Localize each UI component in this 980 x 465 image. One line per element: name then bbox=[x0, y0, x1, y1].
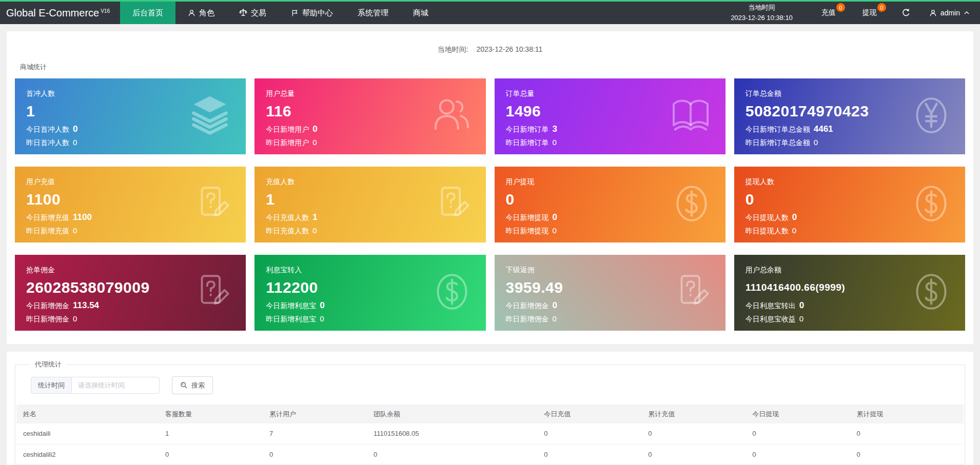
mall-stats-panel: 当地时间: 2023-12-26 10:38:11 商城统计 首冲人数 1 今日… bbox=[7, 31, 973, 344]
col-today-withdraw: 今日提现 bbox=[746, 405, 850, 423]
scales-icon bbox=[239, 9, 247, 17]
nav-item-system[interactable]: 系统管理 bbox=[345, 2, 401, 24]
col-total-users: 累计用户 bbox=[263, 405, 367, 423]
navbar-local-time: 当地时间 2023-12-26 10:38:10 bbox=[715, 2, 808, 24]
col-total-recharge: 累计充值 bbox=[641, 405, 746, 423]
stat-card-total-orders: 订单总量 1496 今日新增订单3 昨日新增订单0 bbox=[495, 78, 726, 154]
search-icon bbox=[180, 381, 188, 389]
user-name: admin bbox=[940, 9, 960, 17]
stat-time-label: 统计时间 bbox=[31, 377, 72, 394]
stat-card-sub-rebate: 下级返佣 3959.49 今日新增佣金0 昨日新增佣金0 bbox=[495, 255, 726, 331]
stat-cards-grid: 首冲人数 1 今日首冲人数0 昨日首冲人数0 用户总量 116 今日新增用户0 … bbox=[15, 78, 965, 331]
nav-item-trade[interactable]: 交易 bbox=[227, 2, 279, 24]
local-time-row: 当地时间: 2023-12-26 10:38:11 bbox=[15, 31, 965, 54]
app-logo: Global E-Commerce V16 bbox=[0, 2, 120, 24]
table-row: ceshidalili2 0 0 0 0 0 0 0 bbox=[16, 444, 964, 464]
app-version: V16 bbox=[101, 8, 110, 14]
stat-card-total-users: 用户总量 116 今日新增用户0 昨日新增用户0 bbox=[254, 78, 485, 154]
stat-card-first-recharge-users: 首冲人数 1 今日首冲人数0 昨日首冲人数0 bbox=[15, 78, 246, 154]
person-icon bbox=[188, 9, 195, 17]
navbar-right: 当地时间 2023-12-26 10:38:10 充值 0 提现 0 admin bbox=[715, 2, 980, 24]
dollar-circle-icon bbox=[430, 270, 474, 313]
user-icon bbox=[929, 9, 937, 17]
doc-edit-icon bbox=[432, 183, 474, 225]
stat-card-withdraw-users: 提现人数 0 今日提现人数0 昨日提现人数0 bbox=[734, 167, 965, 242]
table-row: ceshidaili 1 7 1110151608.05 0 0 0 0 bbox=[16, 423, 964, 444]
doc-edit-icon bbox=[671, 271, 713, 313]
search-button[interactable]: 搜索 bbox=[172, 376, 213, 394]
stat-card-total-balance: 用户总余额 1110416400.66(9999) 今日利息宝转出0 今日利息宝… bbox=[734, 255, 965, 331]
stat-card-user-recharge: 用户充值 1100 今日新增充值1100 昨日新增充值0 bbox=[15, 167, 246, 242]
dollar-circle-icon bbox=[670, 182, 713, 225]
stat-card-grab-commission: 抢单佣金 26028538079009 今日新增佣金113.54 昨日新增佣金0 bbox=[15, 255, 246, 331]
recharge-badge: 0 bbox=[836, 3, 845, 12]
refresh-button[interactable] bbox=[890, 2, 922, 24]
recharge-button[interactable]: 充值 0 bbox=[808, 2, 849, 24]
stat-time-input[interactable] bbox=[71, 377, 160, 394]
doc-edit-icon bbox=[191, 271, 233, 313]
nav-item-mall[interactable]: 商城 bbox=[401, 2, 441, 24]
section-title-mall-stats: 商城统计 bbox=[20, 63, 960, 72]
top-navbar: Global E-Commerce V16 后台首页 角色 交易 帮助中心 系统… bbox=[0, 0, 980, 24]
withdraw-button[interactable]: 提现 0 bbox=[849, 2, 890, 24]
col-today-recharge: 今日充值 bbox=[537, 405, 641, 423]
refresh-icon bbox=[901, 8, 911, 17]
agent-stats-legend: 代理统计 bbox=[30, 360, 67, 369]
stat-card-user-withdraw: 用户提现 0 今日新增提现0 昨日新增提现0 bbox=[495, 167, 726, 242]
yen-circle-icon bbox=[910, 94, 953, 137]
flag-icon bbox=[291, 9, 299, 17]
col-name: 姓名 bbox=[16, 405, 159, 423]
dollar-circle-icon bbox=[910, 182, 953, 225]
users-icon bbox=[428, 93, 474, 138]
stat-card-recharge-users: 充值人数 1 今日充值人数1 昨日充值人数0 bbox=[254, 167, 485, 242]
user-menu[interactable]: admin bbox=[922, 2, 980, 24]
book-icon bbox=[668, 93, 713, 138]
col-total-withdraw: 累计提现 bbox=[850, 405, 964, 423]
doc-edit-icon bbox=[191, 183, 233, 225]
agent-filter-row: 统计时间 搜索 bbox=[31, 376, 964, 394]
layers-icon bbox=[186, 92, 233, 139]
nav-item-dashboard[interactable]: 后台首页 bbox=[120, 2, 175, 24]
chevron-up-icon bbox=[964, 10, 970, 16]
dollar-circle-icon bbox=[910, 270, 953, 313]
withdraw-badge: 0 bbox=[877, 3, 886, 12]
agent-table: 姓名 客服数量 累计用户 团队余额 今日充值 累计充值 今日提现 累计提现 ce… bbox=[16, 405, 964, 465]
nav-item-help-center[interactable]: 帮助中心 bbox=[279, 2, 345, 24]
stat-card-interest-in: 利息宝转入 112200 今日新增利息宝0 昨日新增利息宝0 bbox=[254, 255, 485, 331]
nav-item-roles[interactable]: 角色 bbox=[175, 2, 227, 24]
agent-table-header-row: 姓名 客服数量 累计用户 团队余额 今日充值 累计充值 今日提现 累计提现 bbox=[16, 405, 964, 423]
app-logo-text: Global E-Commerce bbox=[6, 7, 99, 19]
col-service-count: 客服数量 bbox=[159, 405, 263, 423]
agent-stats-panel: 代理统计 统计时间 搜索 姓名 客服数量 累计用户 团队余额 今日充值 bbox=[7, 352, 973, 465]
agent-stats-fieldset: 代理统计 统计时间 搜索 姓名 客服数量 累计用户 团队余额 今日充值 bbox=[15, 360, 965, 465]
col-team-balance: 团队余额 bbox=[367, 405, 537, 423]
stat-card-total-order-amount: 订单总金额 50820174970423 今日新增订单总金额4461 昨日新增订… bbox=[734, 78, 965, 154]
